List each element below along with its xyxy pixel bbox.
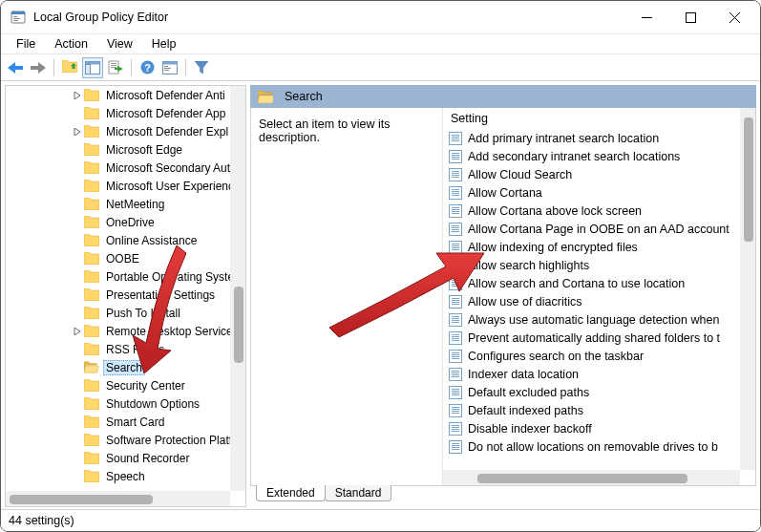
expand-caret-icon[interactable] [71,128,84,136]
setting-row[interactable]: Allow search highlights [443,256,740,274]
folder-icon [84,180,99,192]
setting-row[interactable]: Add primary intranet search location [443,129,740,147]
setting-row[interactable]: Always use automatic language detection … [443,310,740,329]
tree-node[interactable]: Push To Install [6,304,230,322]
policy-setting-icon [449,331,462,345]
show-hide-tree-button[interactable] [82,57,103,78]
tree-horizontal-scrollbar[interactable] [6,491,230,506]
policy-setting-icon [449,132,462,145]
tree-node-label: Microsoft Secondary Aut [103,161,230,175]
setting-row[interactable]: Configures search on the taskbar [443,347,740,365]
list-vertical-scrollbar[interactable] [740,108,755,470]
body-split: Microsoft Defender AntiMicrosoft Defende… [1,81,760,510]
tree-node[interactable]: Search [6,358,230,376]
up-button[interactable] [59,57,80,78]
tree-node[interactable]: OneDrive [6,213,230,231]
setting-row[interactable]: Allow indexing of encrypted files [443,238,740,256]
tree-node[interactable]: Microsoft Edge [6,140,230,159]
tree-node[interactable]: Microsoft Defender App [6,104,230,122]
setting-row[interactable]: Do not allow locations on removable driv… [443,437,740,456]
tree-node-label: OneDrive [103,216,158,229]
setting-label: Configures search on the taskbar [468,350,644,363]
details-header: Search [250,85,756,108]
setting-label: Allow search and Cortana to use location [468,277,685,290]
status-bar: 44 setting(s) [1,510,760,531]
tree-node[interactable]: Microsoft User Experienc [6,177,230,195]
list-horizontal-scrollbar[interactable] [443,470,740,485]
svg-rect-12 [111,67,116,68]
menu-help[interactable]: Help [142,35,186,53]
maximize-button[interactable] [668,3,712,32]
column-header-setting[interactable]: Setting [443,108,755,129]
setting-row[interactable]: Prevent automatically adding shared fold… [443,329,740,347]
svg-rect-16 [163,61,178,64]
folder-icon [84,161,99,174]
folder-icon [84,397,99,410]
tree-node[interactable]: OOBE [6,249,230,267]
properties-button[interactable] [159,57,180,78]
setting-row[interactable]: Allow Cortana [443,183,740,202]
tree-node[interactable]: Security Center [6,376,230,394]
tree-node[interactable]: Presentation Settings [6,286,230,304]
toolbar: ? [1,54,760,81]
tree-node[interactable]: RSS Feeds [6,340,230,358]
close-button[interactable] [712,3,756,32]
setting-label: Default excluded paths [468,386,589,399]
expand-caret-icon[interactable] [71,92,84,99]
tree-node[interactable]: Online Assistance [6,231,230,249]
policy-setting-icon [449,259,462,272]
tree-node[interactable]: Microsoft Defender Anti [6,86,230,104]
tree-node[interactable]: Shutdown Options [6,394,230,413]
svg-text:?: ? [144,62,151,74]
menu-file[interactable]: File [7,35,45,53]
setting-row[interactable]: Add secondary intranet search locations [443,147,740,165]
tree-node[interactable]: Microsoft Defender Expl [6,122,230,140]
menu-action[interactable]: Action [45,35,97,53]
tree-node[interactable]: Portable Operating Syste [6,267,230,286]
folder-icon [84,252,99,265]
policy-setting-icon [449,168,462,181]
menu-view[interactable]: View [97,35,142,53]
setting-row[interactable]: Indexer data location [443,365,740,383]
setting-row[interactable]: Default indexed paths [443,401,740,419]
svg-rect-1 [11,11,25,14]
navigation-tree[interactable]: Microsoft Defender AntiMicrosoft Defende… [5,85,246,507]
menu-bar: File Action View Help [1,33,760,54]
tree-vertical-scrollbar[interactable] [230,86,245,491]
tree-node-label: Push To Install [103,307,183,320]
tree-node-label: OOBE [103,252,142,266]
tree-node[interactable]: Remote Desktop Service [6,322,230,340]
filter-button[interactable] [191,57,212,78]
setting-row[interactable]: Default excluded paths [443,383,740,401]
tree-node-label: Microsoft Defender Expl [103,125,230,138]
tree-node-label: Microsoft User Experienc [103,180,230,193]
tree-node-label: Microsoft Defender Anti [103,89,228,102]
setting-row[interactable]: Disable indexer backoff [443,419,740,437]
setting-row[interactable]: Allow use of diacritics [443,292,740,310]
setting-label: Allow search highlights [468,259,589,272]
setting-row[interactable]: Allow Cortana above lock screen [443,202,740,220]
tree-node[interactable]: Speech [6,467,230,485]
minimize-button[interactable] [624,3,668,32]
forward-button[interactable] [28,57,49,78]
tab-extended[interactable]: Extended [256,485,326,501]
folder-icon [84,89,99,101]
setting-row[interactable]: Allow Cloud Search [443,165,740,183]
setting-row[interactable]: Allow search and Cortana to use location [443,274,740,292]
tree-node[interactable]: Sound Recorder [6,449,230,467]
tree-node[interactable]: NetMeeting [6,195,230,213]
help-button[interactable]: ? [137,57,158,78]
expand-caret-icon[interactable] [71,328,84,335]
svg-rect-5 [686,12,695,22]
svg-rect-11 [111,65,116,66]
tree-node[interactable]: Software Protection Platf [6,431,230,449]
tree-node[interactable]: Smart Card [6,413,230,431]
back-button[interactable] [5,57,26,78]
tab-standard[interactable]: Standard [325,485,392,501]
tree-node[interactable]: Microsoft Secondary Aut [6,159,230,177]
view-tabs: Extended Standard [250,486,756,507]
export-list-button[interactable] [105,57,126,78]
tree-node-label: Security Center [103,379,188,393]
setting-row[interactable]: Allow Cortana Page in OOBE on an AAD acc… [443,220,740,238]
settings-list[interactable]: Setting Add primary intranet search loca… [442,108,755,485]
